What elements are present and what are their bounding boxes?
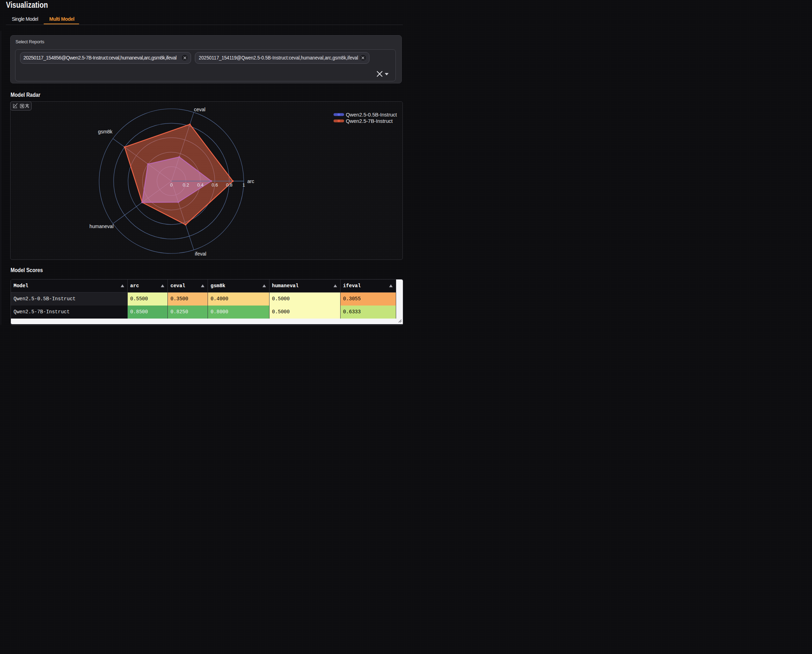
svg-text:Qwen2.5-0.5B-Instruct: Qwen2.5-0.5B-Instruct [346,112,397,118]
svg-text:0: 0 [170,182,173,188]
svg-text:1: 1 [243,182,245,188]
svg-text:Qwen2.5-7B-Instruct: Qwen2.5-7B-Instruct [346,118,393,124]
svg-text:gsm8k: gsm8k [98,129,113,134]
svg-text:humaneval: humaneval [89,223,114,229]
svg-text:ceval: ceval [194,107,206,112]
svg-text:ifeval: ifeval [195,251,206,257]
svg-text:0.4: 0.4 [197,182,203,188]
svg-text:0.2: 0.2 [183,182,189,188]
svg-text:0.8: 0.8 [226,182,232,188]
svg-text:arc: arc [247,179,254,184]
svg-text:0.6: 0.6 [211,182,218,188]
